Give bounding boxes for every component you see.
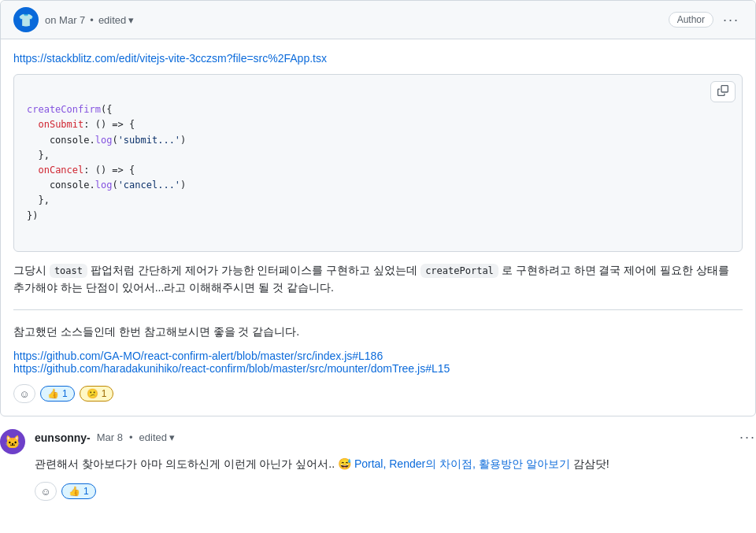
inline-code-createportal: createPortal (421, 264, 498, 278)
second-thumbsup-count: 1 (83, 486, 89, 497)
second-avatar: 🐱 (0, 429, 25, 454)
second-thumbsup-emoji: 👍 (69, 486, 80, 497)
second-thumbsup-reaction-button[interactable]: 👍 1 (61, 483, 96, 499)
comment-header: 👕 on Mar 7 • edited ▾ Author ··· (1, 1, 755, 39)
second-comment-link[interactable]: Portal, Render의 차이점, 활용방안 알아보기 (354, 457, 570, 470)
avatar: 👕 (13, 7, 39, 32)
inline-code-toast: toast (50, 264, 87, 278)
second-comment-body: 관련해서 찾아보다가 아마 의도하신게 이런게 아닌가 싶어서.. 😅 Port… (35, 455, 756, 472)
second-add-reaction-button[interactable]: ☺ (35, 482, 57, 501)
comment-date: on Mar 7 (45, 14, 85, 26)
reference-links: https://github.com/GA-MO/react-confirm-a… (13, 350, 743, 375)
header-meta: on Mar 7 • edited ▾ (45, 14, 662, 26)
edited-badge: edited ▾ (98, 14, 134, 26)
page-wrapper: 👕 on Mar 7 • edited ▾ Author ··· https:/… (0, 0, 756, 533)
second-reactions: ☺ 👍 1 (35, 482, 756, 501)
confused-emoji: 😕 (87, 388, 98, 399)
confused-reaction-button[interactable]: 😕 1 (80, 386, 114, 402)
separator: • (90, 14, 94, 26)
second-more-options-button[interactable]: ··· (739, 429, 756, 446)
copy-code-button[interactable] (710, 81, 736, 102)
second-comment-thread: 🐱 eunsonny- Mar 8 • edited ▾ ··· 관련해서 찾아… (0, 416, 756, 513)
second-separator: • (129, 431, 133, 443)
second-username[interactable]: eunsonny- (35, 431, 91, 444)
author-badge: Author (669, 12, 713, 28)
second-edited-badge: edited ▾ (139, 431, 175, 443)
divider (13, 309, 743, 310)
code-block: createConfirm({ onSubmit: () => { consol… (13, 74, 743, 252)
code-content: createConfirm({ onSubmit: () => { consol… (27, 87, 729, 239)
ref-link-1[interactable]: https://github.com/GA-MO/react-confirm-a… (13, 350, 383, 362)
second-comment-header: eunsonny- Mar 8 • edited ▾ ··· (35, 429, 756, 446)
thumbsup-reaction-button[interactable]: 👍 1 (40, 386, 75, 402)
stackblitz-link[interactable]: https://stackblitz.com/edit/vitejs-vite-… (13, 52, 327, 65)
comment-body: https://stackblitz.com/edit/vitejs-vite-… (1, 39, 755, 416)
thumbsup-count: 1 (62, 388, 68, 399)
ref-link-2[interactable]: https://github.com/haradakunihiko/react-… (13, 362, 450, 375)
add-reaction-button[interactable]: ☺ (13, 384, 35, 403)
second-comment-content: eunsonny- Mar 8 • edited ▾ ··· 관련해서 찾아보다… (35, 429, 756, 501)
paragraph-2: 참고했던 소스들인데 한번 참고해보시면 좋을 것 같습니다. (13, 323, 743, 340)
thumbsup-emoji: 👍 (47, 388, 59, 399)
second-date: Mar 8 (97, 431, 123, 443)
reactions: ☺ 👍 1 😕 1 (13, 384, 743, 403)
more-options-button[interactable]: ··· (720, 12, 743, 28)
confused-count: 1 (102, 388, 107, 399)
first-comment-block: 👕 on Mar 7 • edited ▾ Author ··· https:/… (0, 0, 756, 416)
paragraph-1: 그당시 toast 팝업처럼 간단하게 제어가 가능한 인터페이스를 구현하고 … (13, 261, 743, 297)
